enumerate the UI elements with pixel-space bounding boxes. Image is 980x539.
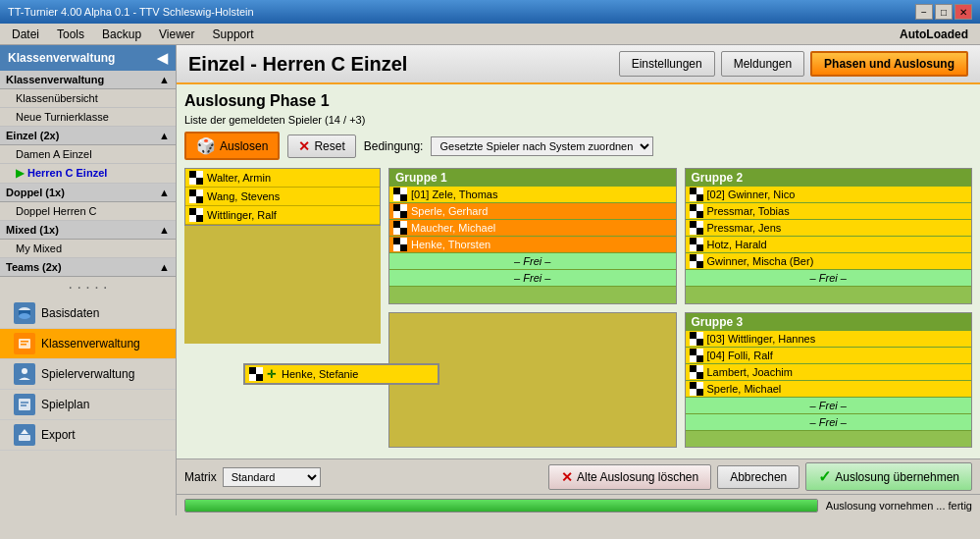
- content-header: Einzel - Herren C Einzel Einstellungen M…: [177, 45, 980, 84]
- reset-button[interactable]: ✕ Reset: [287, 135, 355, 158]
- sidebar-item-my-mixed[interactable]: My Mixed: [0, 240, 176, 258]
- sidebar-group-einzel[interactable]: Einzel (2x) ▲: [0, 127, 176, 145]
- sidebar-group-doppel[interactable]: Doppel (1x) ▲: [0, 184, 176, 202]
- dragging-item[interactable]: ✛ Henke, Stefanie: [243, 363, 439, 385]
- content-area: Einzel - Herren C Einzel Einstellungen M…: [177, 45, 980, 515]
- chess-icon-g1-2: [393, 204, 407, 218]
- gruppe-1-item-2[interactable]: Sperle, Gerhard: [389, 203, 676, 220]
- matrix-select[interactable]: Standard: [223, 467, 321, 487]
- chess-icon-3: [189, 208, 203, 222]
- sidebar-item-herren-c-einzel[interactable]: ▶Herren C Einzel: [0, 164, 176, 184]
- minimize-button[interactable]: −: [915, 4, 933, 20]
- close-button[interactable]: ✕: [954, 4, 972, 20]
- sidebar-group-mixed[interactable]: Mixed (1x) ▲: [0, 221, 176, 240]
- player-icon: [14, 363, 35, 385]
- nav-klassenverwaltung-label: Klassenverwaltung: [41, 337, 140, 350]
- menu-viewer[interactable]: Viewer: [151, 26, 202, 43]
- gruppe-2-title: Gruppe 2: [686, 169, 972, 187]
- nav-item-basisdaten[interactable]: Basisdaten: [0, 298, 176, 329]
- nav-spielerverwaltung-label: Spielerverwaltung: [41, 367, 134, 381]
- sidebar-collapse-icon[interactable]: ◀: [157, 50, 168, 66]
- menu-datei[interactable]: Datei: [4, 26, 47, 43]
- gruppe-2-item-3[interactable]: Pressmar, Jens: [686, 220, 972, 237]
- main-layout: Klassenverwaltung ◀ Klassenverwaltung ▲ …: [0, 45, 980, 515]
- progress-bar-area: Auslosung vornehmen ... fertig: [177, 494, 980, 515]
- chess-icon-g1-3: [393, 221, 407, 235]
- gruppe-1-item-3[interactable]: Maucher, Michael: [389, 220, 676, 237]
- svg-rect-7: [19, 399, 30, 410]
- chess-icon-g2-4: [690, 238, 703, 251]
- sidebar-group-teams[interactable]: Teams (2x) ▲: [0, 258, 176, 277]
- gruppe-2-item-1[interactable]: [02] Gwinner, Nico: [686, 187, 972, 203]
- sidebar-group-arrow-einzel: ▲: [159, 130, 170, 141]
- nav-item-klassenverwaltung[interactable]: Klassenverwaltung: [0, 329, 176, 359]
- svg-marker-11: [21, 429, 28, 434]
- sidebar-group-label-mixed: Mixed (1x): [6, 224, 59, 236]
- gruppe-2-box: Gruppe 2 [02] Gwinner, Nico: [685, 168, 973, 304]
- progress-bar-inner: [185, 500, 817, 512]
- meldungen-button[interactable]: Meldungen: [721, 51, 804, 77]
- delete-x-icon: ✕: [561, 469, 573, 485]
- herren-c-icon: ▶: [16, 167, 24, 179]
- svg-rect-4: [21, 341, 28, 343]
- chess-icon-g3-2: [690, 349, 703, 362]
- nav-item-export[interactable]: Export: [0, 420, 176, 451]
- auslosen-button[interactable]: 🎲 Auslosen: [184, 132, 280, 160]
- gruppe-1-item-4[interactable]: Henke, Thorsten: [389, 237, 676, 253]
- gruppe-3-item-2[interactable]: [04] Folli, Ralf: [686, 348, 972, 364]
- chess-icon-g2-1: [690, 188, 703, 201]
- bottom-bar: Matrix Standard ✕ Alte Auslosung löschen…: [177, 458, 980, 494]
- gruppe-2-frei-1: – Frei –: [686, 270, 972, 287]
- sidebar-group-label-klass: Klassenverwaltung: [6, 74, 104, 85]
- sidebar-item-damen-a-einzel[interactable]: Damen A Einzel: [0, 145, 176, 164]
- header-buttons: Einstellungen Meldungen Phasen und Auslo…: [619, 51, 968, 77]
- gruppe-3-item-4[interactable]: Sperle, Michael: [686, 381, 972, 398]
- nav-item-spielerverwaltung[interactable]: Spielerverwaltung: [0, 359, 176, 390]
- bedingung-select[interactable]: Gesetzte Spieler nach System zuordnen: [431, 136, 653, 156]
- list-item[interactable]: Walter, Armin: [185, 169, 380, 188]
- sidebar-group-klassenverwaltung[interactable]: Klassenverwaltung ▲: [0, 71, 176, 89]
- menu-bar: Datei Tools Backup Viewer Support AutoLo…: [0, 24, 980, 45]
- gruppe-2-item-5[interactable]: Gwinner, Mischa (Ber): [686, 253, 972, 270]
- svg-rect-10: [19, 435, 30, 441]
- abbrechen-button[interactable]: Abbrechen: [717, 465, 799, 489]
- chess-icon-g3-3: [690, 365, 703, 379]
- einstellungen-button[interactable]: Einstellungen: [619, 51, 715, 77]
- gruppe-3-item-1[interactable]: [03] Wittlinger, Hannes: [686, 331, 972, 348]
- menu-backup[interactable]: Backup: [94, 26, 149, 43]
- gruppe-2-item-4[interactable]: Hotz, Harald: [686, 237, 972, 253]
- gruppe-1-item-1[interactable]: [01] Zele, Thomas: [389, 187, 676, 203]
- nav-item-spielplan[interactable]: Spielplan: [0, 390, 176, 420]
- gruppe-2-item-2[interactable]: Pressmar, Tobias: [686, 203, 972, 220]
- sidebar-group-arrow-doppel: ▲: [159, 187, 170, 198]
- maximize-button[interactable]: □: [935, 4, 953, 20]
- dragging-name: Henke, Stefanie: [282, 368, 358, 380]
- player-name-2: Wang, Stevens: [207, 190, 280, 202]
- player-name-3: Wittlinger, Ralf: [207, 209, 277, 221]
- gruppen-area: Gruppe 1 [01] Zele, Thomas: [388, 168, 972, 448]
- auslosung-body: Walter, Armin Wang, Stevens: [184, 168, 972, 448]
- menu-tools[interactable]: Tools: [49, 26, 92, 43]
- export-icon: [14, 424, 35, 446]
- menu-support[interactable]: Support: [205, 26, 262, 43]
- matrix-label: Matrix: [184, 470, 217, 484]
- gruppe-3-item-3[interactable]: Lambert, Joachim: [686, 364, 972, 381]
- sidebar-item-neue-turnierklasse[interactable]: Neue Turnierklasse: [0, 108, 176, 127]
- auslosung-title: Auslosung Phase 1: [184, 92, 972, 110]
- nav-basisdaten-label: Basisdaten: [41, 306, 99, 320]
- list-item[interactable]: Wang, Stevens: [185, 188, 380, 206]
- empty-player-area: [184, 226, 381, 344]
- klass-icon: [14, 333, 35, 354]
- phasen-auslosung-button[interactable]: Phasen und Auslosung: [810, 51, 968, 77]
- gruppe-1-frei-2: – Frei –: [389, 270, 676, 287]
- player-name-1: Walter, Armin: [207, 172, 271, 184]
- nav-export-label: Export: [41, 428, 76, 442]
- sidebar-item-klassenubersicht[interactable]: Klassenübersicht: [0, 89, 176, 108]
- delete-button[interactable]: ✕ Alte Auslosung löschen: [548, 464, 711, 490]
- ubernehmen-button[interactable]: ✓ Auslosung übernehmen: [805, 462, 972, 491]
- sidebar-item-doppel-herren-c[interactable]: Doppel Herren C: [0, 202, 176, 221]
- gruppe-3-box: Gruppe 3 [03] Wittlinger, Hannes: [685, 312, 973, 449]
- title-bar: TT-Turnier 4.00 Alpha 0.1 - TTV Schleswi…: [0, 0, 980, 24]
- reset-x-icon: ✕: [298, 138, 310, 154]
- list-item[interactable]: Wittlinger, Ralf: [185, 206, 380, 225]
